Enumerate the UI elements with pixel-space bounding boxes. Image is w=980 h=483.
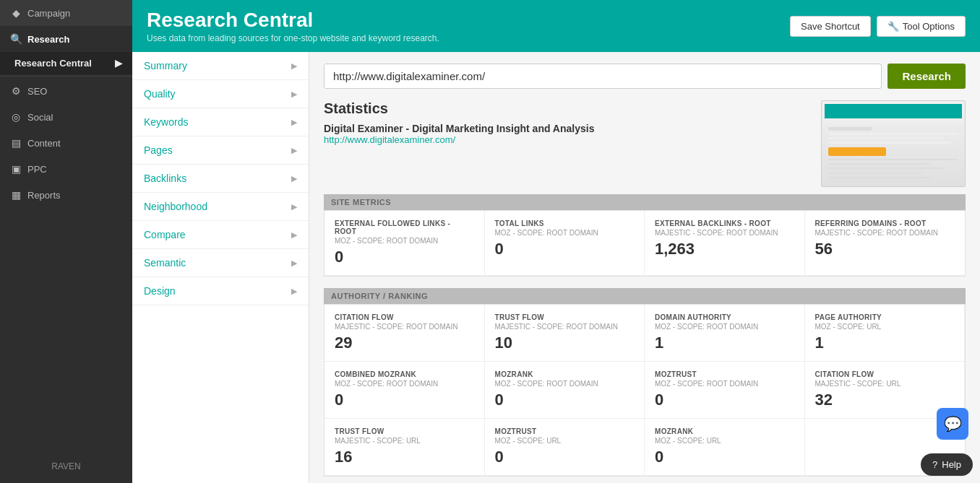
subnav-item-design[interactable]: Design ▶ — [132, 277, 309, 305]
site-metrics-header: SITE METRICS — [324, 194, 966, 210]
subnav-item-neighborhood[interactable]: Neighborhood ▶ — [132, 193, 309, 221]
metric-cell: TOTAL LINKS MOZ - SCOPE: ROOT DOMAIN 0 — [485, 211, 645, 276]
sidebar-divider — [0, 76, 132, 77]
stats-header-row: Statistics Digital Examiner - Digital Ma… — [324, 100, 966, 187]
sidebar-item-content[interactable]: ▤ Content — [0, 130, 132, 156]
chevron-right-icon: ▶ — [291, 90, 297, 99]
chevron-right-icon: ▶ — [115, 58, 122, 69]
subnav-item-summary[interactable]: Summary ▶ — [132, 52, 309, 80]
metric-cell: MOZRANK MOZ - SCOPE: URL 0 — [645, 419, 805, 476]
chevron-right-icon: ▶ — [291, 287, 297, 296]
reports-icon: ▦ — [10, 189, 22, 201]
site-url-link[interactable]: http://www.digitalexaminer.com/ — [324, 134, 594, 145]
stats-info: Statistics Digital Examiner - Digital Ma… — [324, 100, 594, 154]
svg-rect-3 — [828, 133, 958, 135]
social-icon: ◎ — [10, 111, 22, 123]
svg-rect-0 — [825, 104, 962, 118]
subnav-item-compare[interactable]: Compare ▶ — [132, 221, 309, 249]
preview-svg — [825, 104, 962, 183]
chat-button[interactable]: 💬 — [937, 408, 968, 440]
svg-rect-6 — [828, 147, 886, 156]
subnav: Summary ▶ Quality ▶ Keywords ▶ Pages ▶ B… — [132, 52, 309, 483]
help-icon: ? — [932, 459, 937, 470]
svg-rect-5 — [828, 142, 951, 144]
ppc-icon: ▣ — [10, 163, 22, 175]
metric-cell: PAGE AUTHORITY MOZ - SCOPE: URL 1 — [805, 305, 966, 362]
chevron-right-icon: ▶ — [291, 230, 297, 240]
sidebar-bottom: RAVEN — [0, 450, 132, 483]
subnav-item-pages[interactable]: Pages ▶ — [132, 136, 309, 165]
chevron-right-icon: ▶ — [291, 174, 297, 183]
help-button[interactable]: ? Help — [921, 453, 973, 476]
save-shortcut-button[interactable]: Save Shortcut — [790, 16, 871, 37]
metric-cell: CITATION FLOW MAJESTIC - SCOPE: ROOT DOM… — [324, 305, 485, 362]
tool-options-button[interactable]: 🔧 Tool Options — [877, 16, 966, 37]
sidebar-item-research[interactable]: 🔍 Research — [0, 26, 132, 52]
metric-cell: EXTERNAL BACKLINKS - ROOT MAJESTIC - SCO… — [645, 211, 805, 276]
chevron-right-icon: ▶ — [291, 61, 297, 71]
content-area: Summary ▶ Quality ▶ Keywords ▶ Pages ▶ B… — [132, 52, 980, 483]
authority-ranking-section: AUTHORITY / RANKING CITATION FLOW MAJEST… — [324, 288, 966, 477]
chevron-right-icon: ▶ — [291, 258, 297, 268]
sidebar-item-seo[interactable]: ⚙ SEO — [0, 78, 132, 104]
wrench-icon: 🔧 — [887, 21, 899, 32]
chevron-right-icon: ▶ — [291, 118, 297, 127]
chevron-right-icon: ▶ — [291, 146, 297, 155]
svg-rect-1 — [825, 118, 962, 124]
svg-rect-8 — [828, 163, 929, 165]
campaign-icon: ◆ — [10, 7, 22, 19]
sidebar-item-campaign[interactable]: ◆ Campaign — [0, 0, 132, 26]
metric-cell: EXTERNAL FOLLOWED LINKS - ROOT MOZ - SCO… — [324, 211, 485, 276]
sidebar-item-research-central[interactable]: Research Central ▶ — [0, 52, 132, 74]
sidebar-item-ppc[interactable]: ▣ PPC — [0, 156, 132, 182]
svg-rect-11 — [828, 177, 933, 178]
url-bar: Research — [324, 64, 966, 89]
sidebar-item-social[interactable]: ◎ Social — [0, 104, 132, 130]
site-metrics-grid: EXTERNAL FOLLOWED LINKS - ROOT MOZ - SCO… — [324, 210, 966, 277]
metric-cell: TRUST FLOW MAJESTIC - SCOPE: ROOT DOMAIN… — [485, 305, 645, 362]
authority-ranking-header: AUTHORITY / RANKING — [324, 288, 966, 304]
subnav-item-semantic[interactable]: Semantic ▶ — [132, 249, 309, 277]
stats-title: Statistics — [324, 100, 594, 117]
metric-cell: MOZRANK MOZ - SCOPE: ROOT DOMAIN 0 — [485, 362, 645, 419]
metric-cell: COMBINED MOZRANK MOZ - SCOPE: ROOT DOMAI… — [324, 362, 485, 419]
site-name: Digital Examiner - Digital Marketing Ins… — [324, 123, 594, 134]
svg-rect-10 — [828, 173, 922, 174]
sidebar-item-reports[interactable]: ▦ Reports — [0, 182, 132, 208]
url-input[interactable] — [324, 64, 882, 89]
svg-rect-7 — [828, 159, 958, 160]
authority-metrics-grid: CITATION FLOW MAJESTIC - SCOPE: ROOT DOM… — [324, 304, 966, 477]
svg-rect-9 — [828, 167, 944, 169]
metric-cell: DOMAIN AUTHORITY MOZ - SCOPE: ROOT DOMAI… — [645, 305, 805, 362]
preview-area: ⚙ — [821, 100, 966, 187]
sidebar: ◆ Campaign 🔍 Research Research Central ▶… — [0, 0, 132, 483]
subnav-item-keywords[interactable]: Keywords ▶ — [132, 108, 309, 136]
subnav-item-backlinks[interactable]: Backlinks ▶ — [132, 165, 309, 193]
metric-cell: REFERRING DOMAINS - ROOT MAJESTIC - SCOP… — [805, 211, 966, 276]
content-icon: ▤ — [10, 137, 22, 149]
metric-cell: TRUST FLOW MAJESTIC - SCOPE: URL 16 — [324, 419, 485, 476]
metric-cell: MOZTRUST MOZ - SCOPE: ROOT DOMAIN 0 — [645, 362, 805, 419]
header-buttons: Save Shortcut 🔧 Tool Options — [790, 16, 966, 37]
header-text: Research Central Uses data from leading … — [147, 9, 439, 43]
site-preview-placeholder — [822, 101, 965, 186]
site-metrics-section: SITE METRICS EXTERNAL FOLLOWED LINKS - R… — [324, 194, 966, 277]
subnav-item-quality[interactable]: Quality ▶ — [132, 80, 309, 108]
page-subtitle: Uses data from leading sources for one-s… — [147, 33, 439, 43]
chevron-right-icon: ▶ — [291, 202, 297, 212]
seo-icon: ⚙ — [10, 85, 22, 97]
metric-cell: MOZTRUST MOZ - SCOPE: URL 0 — [485, 419, 645, 476]
main-area: Research Central Uses data from leading … — [132, 0, 980, 483]
svg-rect-2 — [828, 127, 872, 131]
main-content: Research Statistics Digital Examiner - D… — [309, 52, 980, 483]
research-button[interactable]: Research — [887, 64, 966, 89]
page-header: Research Central Uses data from leading … — [132, 0, 980, 52]
research-icon: 🔍 — [10, 33, 22, 45]
page-title: Research Central — [147, 9, 439, 32]
site-preview — [821, 100, 966, 187]
raven-logo: RAVEN — [51, 461, 80, 471]
site-info: Digital Examiner - Digital Marketing Ins… — [324, 123, 594, 145]
svg-rect-4 — [828, 137, 944, 139]
